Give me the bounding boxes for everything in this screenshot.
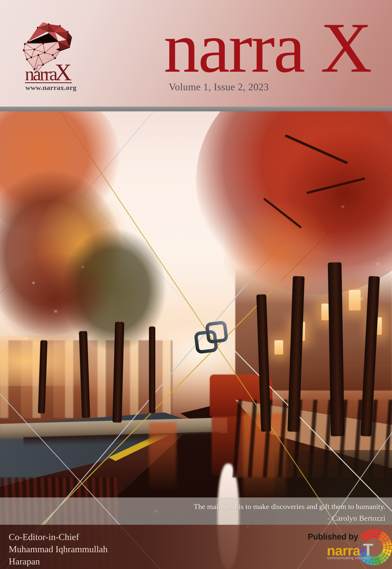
quote-band: The main goal is to make discoveries and… xyxy=(0,498,392,525)
publisher-tagline: communicating sciences xyxy=(327,556,370,560)
logo-underline xyxy=(25,82,72,83)
editor-name: Muhammad Iqhrammullah xyxy=(9,543,108,555)
cover-footer: Co-Editor-in-Chief Muhammad Iqhrammullah… xyxy=(0,525,392,569)
header-divider-bar xyxy=(0,107,392,111)
editor-block: Co-Editor-in-Chief Muhammad Iqhrammullah… xyxy=(9,531,108,568)
quote-attribution: - Carolyn Bertozzi xyxy=(0,513,385,523)
logo-website-url: www.narrax.org xyxy=(25,83,76,92)
tree-trunk xyxy=(149,326,155,413)
cover-photo-autumn-canal: The main goal is to make discoveries and… xyxy=(0,111,392,569)
logo-wordmark: narra X xyxy=(25,60,72,84)
editor-name: Harapan xyxy=(9,555,108,568)
journal-title: narra X xyxy=(164,12,371,83)
foliage-right-orange xyxy=(216,194,341,313)
logo-brand-mark: X xyxy=(55,60,72,84)
editor-role: Co-Editor-in-Chief xyxy=(9,531,108,543)
published-by-label: Published by xyxy=(308,532,358,541)
light-sparkles xyxy=(0,111,0,112)
quote-text: The main goal is to make discoveries and… xyxy=(0,501,385,512)
cover-header: narra X www.narrax.org narra X Volume 1,… xyxy=(0,0,392,107)
chain-link-icon xyxy=(194,320,229,355)
journal-cover: narra X www.narrax.org narra X Volume 1,… xyxy=(0,0,392,569)
journal-volume-issue: Volume 1, Issue 2, 2023 xyxy=(169,81,269,93)
logo-brand-text: narra xyxy=(25,65,56,83)
